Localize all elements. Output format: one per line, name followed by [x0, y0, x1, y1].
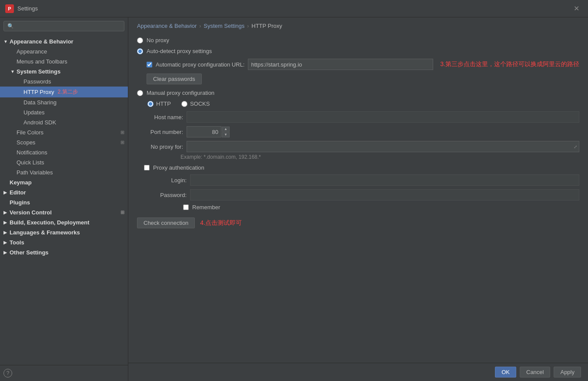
footer-bar: OK Cancel Apply: [128, 363, 588, 381]
arrow-icon: ▶: [3, 230, 8, 235]
socks-radio[interactable]: [181, 101, 187, 107]
arrow-icon: [17, 90, 22, 94]
auto-proxy-config-label: Automatic proxy configuration URL:: [156, 61, 244, 68]
manual-proxy-radio[interactable]: [137, 90, 143, 96]
arrow-icon: [17, 79, 22, 84]
arrow-icon: ▶: [3, 250, 8, 255]
search-input[interactable]: [3, 21, 124, 31]
proxy-type-row: HTTP SOCKS: [147, 100, 579, 107]
breadcrumb-sep-2: ›: [247, 23, 249, 29]
socks-label: SOCKS: [190, 100, 210, 107]
sidebar-item-notifications[interactable]: Notifications: [0, 147, 128, 157]
sidebar-tree: ▼ Appearance & Behavior Appearance Menus…: [0, 35, 128, 365]
arrow-icon: ▶: [3, 210, 8, 215]
sidebar-item-plugins[interactable]: Plugins: [0, 197, 128, 207]
version-control-icon: ⊞: [120, 210, 124, 215]
auto-proxy-url-input[interactable]: [248, 59, 433, 70]
sidebar-item-quick-lists[interactable]: Quick Lists: [0, 157, 128, 167]
port-number-label: Port number:: [144, 129, 183, 135]
sidebar-item-build-execution[interactable]: ▶ Build, Execution, Deployment: [0, 217, 128, 227]
sidebar-item-tools[interactable]: ▶ Tools: [0, 237, 128, 247]
http-radio[interactable]: [147, 101, 154, 107]
breadcrumb-system-settings[interactable]: System Settings: [204, 23, 244, 29]
password-input[interactable]: [190, 189, 579, 201]
annotation-step3: 3.第三步点击这里，这个路径可以换成阿里云的路径: [440, 60, 579, 68]
sidebar-item-menus-toolbars[interactable]: Menus and Toolbars: [0, 57, 128, 67]
auth-section: Proxy authentication Login: Password:: [137, 164, 579, 211]
file-colors-icon: ⊞: [120, 130, 124, 135]
remember-checkbox[interactable]: [183, 204, 189, 210]
sidebar-item-keymap[interactable]: Keymap: [0, 177, 128, 187]
sidebar: ▼ Appearance & Behavior Appearance Menus…: [0, 17, 128, 381]
no-proxy-for-label: No proxy for:: [144, 144, 183, 150]
arrow-icon: [10, 49, 15, 54]
sidebar-item-data-sharing[interactable]: Data Sharing: [0, 97, 128, 107]
sidebar-item-scopes[interactable]: Scopes ⊞: [0, 137, 128, 147]
auto-proxy-config-row: Automatic proxy configuration URL: 3.第三步…: [137, 59, 579, 70]
breadcrumb-appearance-behavior[interactable]: Appearance & Behavior: [137, 23, 197, 29]
cancel-button[interactable]: Cancel: [520, 367, 550, 378]
sidebar-item-http-proxy[interactable]: HTTP Proxy 2.第二步: [0, 87, 128, 97]
sidebar-item-appearance[interactable]: Appearance: [0, 47, 128, 57]
window-title: Settings: [17, 5, 570, 12]
arrow-icon: [10, 150, 15, 155]
auto-detect-row: Auto-detect proxy settings: [137, 48, 579, 54]
port-spin-up[interactable]: ▲: [222, 127, 230, 132]
main-content: ▼ Appearance & Behavior Appearance Menus…: [0, 17, 588, 381]
password-label: Password:: [147, 192, 187, 198]
port-number-input[interactable]: 80: [187, 126, 221, 137]
ok-button[interactable]: OK: [495, 367, 516, 378]
close-button[interactable]: ✕: [570, 3, 583, 14]
http-label: HTTP: [156, 100, 171, 107]
sidebar-item-file-colors[interactable]: File Colors ⊞: [0, 127, 128, 137]
scopes-icon: ⊞: [120, 140, 124, 145]
clear-passwords-button[interactable]: Clear passwords: [147, 74, 202, 84]
arrow-icon: ▶: [3, 220, 8, 225]
sidebar-item-system-settings[interactable]: ▼ System Settings: [0, 67, 128, 77]
sidebar-item-updates[interactable]: Updates: [0, 107, 128, 117]
arrow-icon: [10, 170, 15, 175]
sidebar-item-languages-frameworks[interactable]: ▶ Languages & Frameworks: [0, 227, 128, 237]
port-spin-down[interactable]: ▼: [222, 132, 230, 137]
remember-label: Remember: [192, 204, 220, 211]
auto-proxy-config-checkbox[interactable]: [147, 62, 152, 67]
settings-window: P Settings ✕ ▼ Appearance & Behavior App…: [0, 0, 588, 381]
sidebar-item-passwords[interactable]: Passwords: [0, 77, 128, 87]
host-name-input[interactable]: [187, 111, 579, 123]
clear-passwords-section: Clear passwords: [147, 74, 579, 84]
sidebar-bottom: ?: [0, 365, 128, 381]
sidebar-item-appearance-behavior[interactable]: ▼ Appearance & Behavior: [0, 37, 128, 47]
no-proxy-for-wrapper: ⤢: [187, 141, 579, 152]
remember-row: Remember: [183, 204, 579, 211]
arrow-icon: ▼: [3, 39, 8, 44]
arrow-icon: ▶: [3, 190, 8, 195]
host-name-row: Host name:: [144, 111, 579, 123]
arrow-icon: [3, 200, 8, 205]
sidebar-item-path-variables[interactable]: Path Variables: [0, 167, 128, 177]
login-input[interactable]: [190, 174, 579, 186]
apply-button[interactable]: Apply: [554, 367, 581, 378]
sidebar-item-editor[interactable]: ▶ Editor: [0, 187, 128, 197]
no-proxy-radio[interactable]: [137, 37, 143, 43]
auto-detect-label: Auto-detect proxy settings: [147, 48, 212, 54]
sidebar-item-other-settings[interactable]: ▶ Other Settings: [0, 247, 128, 257]
proxy-auth-checkbox[interactable]: [144, 165, 150, 170]
settings-content: No proxy Auto-detect proxy settings Auto…: [128, 33, 588, 363]
manual-proxy-row: Manual proxy configuration: [137, 90, 579, 96]
help-button[interactable]: ?: [3, 369, 12, 378]
port-spinner: 80 ▲ ▼: [187, 126, 230, 137]
arrow-icon: [10, 130, 15, 135]
no-proxy-for-input[interactable]: [187, 142, 572, 151]
example-text: Example: *.domain.com, 192.168.*: [180, 154, 579, 160]
check-connection-button[interactable]: Check connection: [137, 217, 195, 228]
sidebar-item-android-sdk[interactable]: Android SDK: [0, 117, 128, 127]
breadcrumb: Appearance & Behavior › System Settings …: [128, 17, 588, 33]
check-connection-section: Check connection 4.点击测试即可: [137, 217, 579, 228]
auto-detect-radio[interactable]: [137, 48, 143, 54]
sidebar-item-version-control[interactable]: ▶ Version Control ⊞: [0, 207, 128, 217]
content-panel: Appearance & Behavior › System Settings …: [128, 17, 588, 381]
proxy-auth-label: Proxy authentication: [153, 164, 204, 171]
expand-icon[interactable]: ⤢: [572, 144, 579, 149]
app-icon: P: [5, 4, 14, 13]
arrow-icon: [10, 140, 15, 145]
